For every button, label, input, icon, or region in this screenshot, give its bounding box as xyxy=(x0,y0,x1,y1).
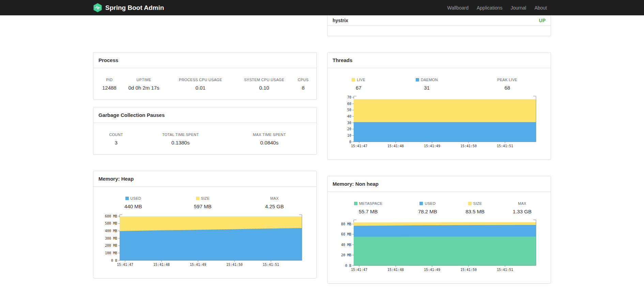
gc-panel-title: Garbage Collection Pauses xyxy=(93,107,317,123)
legend-label: MAX xyxy=(499,201,546,209)
right-column: hystrix UP Threads LIVE DAEMON PEAK LIVE xyxy=(322,15,556,300)
svg-text:100 MB: 100 MB xyxy=(105,251,117,255)
threads-panel: Threads LIVE DAEMON PEAK LIVE 67 31 68 xyxy=(327,52,551,160)
svg-text:15:41:49: 15:41:49 xyxy=(424,144,440,148)
legend-label: DAEMON xyxy=(385,78,469,85)
legend-value-size: 597 MB xyxy=(168,203,237,209)
process-panel-title: Process xyxy=(93,52,317,68)
legend-label: METASPACE xyxy=(333,201,404,209)
nav-item-journal[interactable]: Journal xyxy=(506,5,530,11)
legend-value-used: 440 MB xyxy=(98,203,168,209)
metric-value-pid: 12488 xyxy=(98,85,120,91)
legend-swatch-live xyxy=(352,78,355,81)
svg-text:400 MB: 400 MB xyxy=(105,229,117,233)
application-status-panel: hystrix UP xyxy=(327,15,551,36)
navbar: Spring Boot Admin Wallboard Applications… xyxy=(0,0,644,15)
svg-text:20 MB: 20 MB xyxy=(341,253,351,257)
legend-label: MAX xyxy=(237,196,311,203)
memory-heap-panel-title: Memory: Heap xyxy=(93,171,317,187)
legend-label: LIVE xyxy=(333,78,385,85)
metric-header: SYSTEM CPU USAGE xyxy=(233,78,295,85)
status-badge: UP xyxy=(539,18,546,23)
svg-text:15:41:51: 15:41:51 xyxy=(263,263,279,267)
svg-text:300 MB: 300 MB xyxy=(105,237,117,240)
svg-text:15:41:47: 15:41:47 xyxy=(117,263,133,267)
memory-heap-legend: USED SIZE MAX 440 MB 597 MB 4.25 GB xyxy=(98,196,311,209)
left-column: Process PID UPTIME PROCESS CPU USAGE SYS… xyxy=(88,15,322,300)
metric-header: PID xyxy=(98,78,120,85)
svg-text:15:41:51: 15:41:51 xyxy=(497,144,513,148)
memory-nonheap-chart: 15:41:4715:41:4815:41:4915:41:5015:41:51… xyxy=(333,217,546,274)
memory-nonheap-panel: Memory: Non heap METASPACE USED SIZE MAX… xyxy=(327,176,551,284)
svg-text:500 MB: 500 MB xyxy=(105,222,117,225)
metric-value-gc-count: 3 xyxy=(98,140,134,146)
legend-swatch-size xyxy=(468,202,472,205)
process-metrics-table: PID UPTIME PROCESS CPU USAGE SYSTEM CPU … xyxy=(98,78,311,91)
nav-item-applications[interactable]: Applications xyxy=(473,5,507,11)
legend-value-live: 67 xyxy=(333,85,385,91)
legend-swatch-used xyxy=(419,202,423,205)
svg-text:15:41:48: 15:41:48 xyxy=(387,144,404,148)
memory-heap-panel: Memory: Heap USED SIZE MAX 440 MB 597 MB… xyxy=(93,171,317,278)
svg-text:15:41:48: 15:41:48 xyxy=(153,263,170,267)
svg-text:20: 20 xyxy=(347,127,351,131)
memory-nonheap-panel-title: Memory: Non heap xyxy=(327,176,551,192)
threads-panel-title: Threads xyxy=(327,52,551,68)
metric-value-process-cpu: 0.01 xyxy=(168,85,234,91)
svg-text:40 MB: 40 MB xyxy=(341,243,351,247)
legend-value-max: 4.25 GB xyxy=(237,203,311,209)
svg-text:15:41:49: 15:41:49 xyxy=(190,263,206,267)
svg-text:200 MB: 200 MB xyxy=(105,244,117,247)
svg-text:15:41:47: 15:41:47 xyxy=(351,268,367,272)
legend-label: PEAK LIVE xyxy=(469,78,546,85)
legend-swatch-daemon xyxy=(416,78,419,81)
legend-value-max: 1.33 GB xyxy=(499,209,546,214)
svg-text:15:41:51: 15:41:51 xyxy=(497,268,513,272)
svg-text:10: 10 xyxy=(347,134,351,137)
legend-value-metaspace: 55.7 MB xyxy=(333,209,404,214)
svg-text:30: 30 xyxy=(347,121,351,125)
brand-link[interactable]: Spring Boot Admin xyxy=(93,3,164,12)
nav-item-wallboard[interactable]: Wallboard xyxy=(443,5,473,11)
svg-text:80 MB: 80 MB xyxy=(341,222,351,226)
brand-title: Spring Boot Admin xyxy=(105,4,164,12)
svg-text:60: 60 xyxy=(347,102,351,106)
legend-value-peak: 68 xyxy=(469,85,546,91)
svg-text:60 MB: 60 MB xyxy=(341,232,351,236)
legend-label: USED xyxy=(404,201,451,209)
memory-nonheap-legend: METASPACE USED SIZE MAX 55.7 MB 78.2 MB … xyxy=(333,201,546,214)
application-name-link[interactable]: hystrix xyxy=(333,18,348,23)
gc-panel: Garbage Collection Pauses COUNT TOTAL TI… xyxy=(93,107,317,155)
legend-swatch-size xyxy=(196,197,199,200)
metric-value-cpus: 8 xyxy=(295,85,311,91)
svg-text:70: 70 xyxy=(347,95,351,99)
metric-value-uptime: 0d 0h 2m 17s xyxy=(120,85,168,91)
svg-text:15:41:47: 15:41:47 xyxy=(351,144,367,148)
metric-header: CPUS xyxy=(295,78,311,85)
metric-header: MAX TIME SPENT xyxy=(227,133,311,140)
metric-value-gc-max: 0.0840s xyxy=(227,140,311,146)
svg-text:0 B: 0 B xyxy=(111,259,117,262)
svg-text:50: 50 xyxy=(347,108,351,112)
spring-boot-admin-logo-icon xyxy=(93,3,102,12)
metric-header: UPTIME xyxy=(120,78,168,85)
application-row: hystrix UP xyxy=(327,15,551,26)
svg-text:15:41:48: 15:41:48 xyxy=(387,268,404,272)
legend-value-daemon: 31 xyxy=(385,85,469,91)
process-panel: Process PID UPTIME PROCESS CPU USAGE SYS… xyxy=(93,52,317,100)
threads-legend: LIVE DAEMON PEAK LIVE 67 31 68 xyxy=(333,78,546,91)
metric-header: TOTAL TIME SPENT xyxy=(134,133,228,140)
legend-value-used: 78.2 MB xyxy=(404,209,451,214)
svg-text:15:41:50: 15:41:50 xyxy=(226,263,243,267)
legend-swatch-used xyxy=(125,197,129,200)
svg-text:600 MB: 600 MB xyxy=(105,214,117,218)
legend-label: SIZE xyxy=(168,196,237,203)
metric-header: PROCESS CPU USAGE xyxy=(168,78,234,85)
main-content: Process PID UPTIME PROCESS CPU USAGE SYS… xyxy=(88,15,556,300)
memory-heap-chart: 15:41:4715:41:4815:41:4915:41:5015:41:51… xyxy=(98,212,311,269)
legend-value-size: 83.5 MB xyxy=(451,209,499,214)
svg-text:0: 0 xyxy=(349,140,351,144)
nav-item-about[interactable]: About xyxy=(530,5,551,11)
legend-swatch-metaspace xyxy=(354,202,357,205)
legend-label: USED xyxy=(98,196,168,203)
